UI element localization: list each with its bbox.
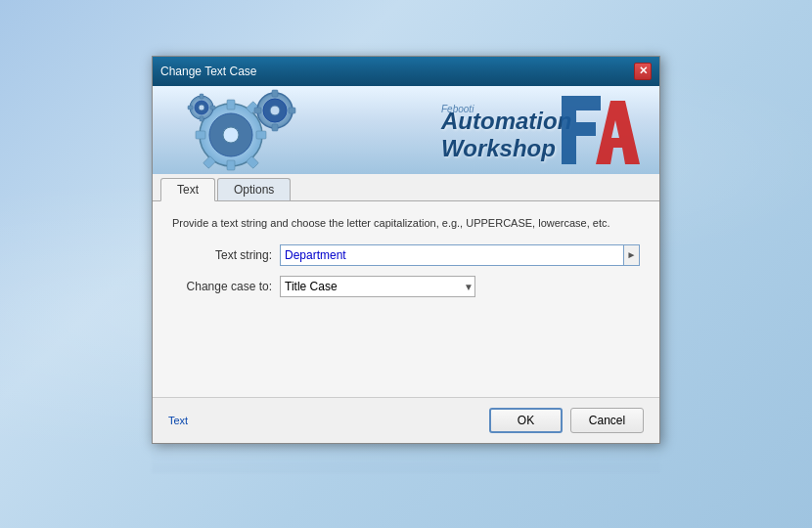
text-string-label: Text string: bbox=[172, 248, 280, 262]
tabs-container: Text Options bbox=[153, 174, 659, 201]
cancel-button[interactable]: Cancel bbox=[570, 408, 644, 433]
svg-rect-5 bbox=[256, 131, 266, 139]
svg-rect-3 bbox=[227, 100, 235, 110]
tab-options[interactable]: Options bbox=[217, 178, 291, 200]
case-select[interactable]: UPPERCASE lowercase Title Case Sentence … bbox=[280, 276, 475, 297]
footer-link[interactable]: Text bbox=[168, 415, 188, 426]
svg-rect-22 bbox=[200, 116, 203, 121]
banner: Febooti Automation Workshop bbox=[153, 86, 659, 174]
change-case-label: Change case to: bbox=[172, 280, 280, 293]
svg-point-13 bbox=[270, 106, 280, 115]
close-button[interactable]: ✕ bbox=[634, 63, 652, 80]
description-text: Provide a text string and choose the let… bbox=[172, 217, 640, 229]
tab-text[interactable]: Text bbox=[160, 178, 215, 201]
svg-rect-17 bbox=[254, 108, 261, 113]
svg-rect-6 bbox=[196, 131, 205, 139]
dialog-reflection bbox=[152, 444, 660, 473]
text-string-row: Text string: ► bbox=[172, 244, 640, 266]
footer: Text OK Cancel bbox=[153, 397, 659, 443]
svg-rect-14 bbox=[272, 90, 278, 97]
gears-graphic bbox=[172, 86, 348, 174]
banner-main-text: Automation Workshop bbox=[441, 108, 571, 162]
svg-rect-23 bbox=[210, 106, 215, 110]
footer-buttons: OK Cancel bbox=[489, 408, 644, 433]
case-select-wrapper: UPPERCASE lowercase Title Case Sentence … bbox=[280, 276, 475, 297]
fa-logo bbox=[557, 91, 650, 169]
content-area: Provide a text string and choose the let… bbox=[153, 201, 659, 397]
svg-rect-4 bbox=[227, 160, 235, 170]
ok-button[interactable]: OK bbox=[489, 408, 563, 433]
svg-rect-16 bbox=[289, 108, 295, 113]
svg-rect-24 bbox=[188, 106, 193, 110]
svg-rect-15 bbox=[272, 124, 278, 131]
input-arrow-button[interactable]: ► bbox=[624, 244, 640, 266]
dialog: Change Text Case ✕ bbox=[152, 56, 660, 444]
svg-rect-21 bbox=[200, 94, 203, 99]
text-string-input[interactable] bbox=[280, 244, 624, 266]
title-bar: Change Text Case ✕ bbox=[153, 57, 659, 86]
change-case-row: Change case to: UPPERCASE lowercase Titl… bbox=[172, 276, 640, 297]
svg-point-2 bbox=[223, 127, 239, 143]
dialog-title: Change Text Case bbox=[160, 65, 257, 78]
svg-point-20 bbox=[199, 105, 204, 110]
